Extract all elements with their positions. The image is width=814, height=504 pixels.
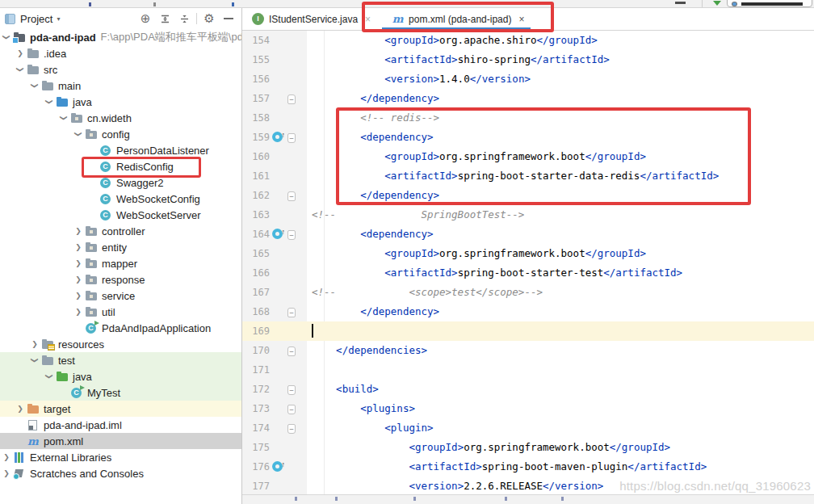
fold-marker-slot[interactable]: − [287, 418, 302, 438]
chevron-icon[interactable]: ❯ [31, 79, 39, 92]
fold-marker-slot[interactable] [287, 31, 302, 50]
chevron-icon[interactable]: ❯ [60, 111, 68, 124]
cropped-minimize-icon[interactable] [675, 2, 686, 4]
fold-marker-slot[interactable] [287, 50, 302, 69]
chevron-icon[interactable]: ❯ [72, 292, 85, 300]
navigate-gutter-icon[interactable] [272, 461, 283, 472]
fold-marker-slot[interactable]: − [287, 380, 302, 399]
chevron-icon[interactable]: ❯ [2, 31, 10, 44]
tree-row-entity[interactable]: ❯ entity [0, 239, 241, 255]
fold-marker-slot[interactable] [287, 438, 302, 457]
fold-marker-slot[interactable]: − [287, 399, 302, 418]
tree-row-websocketconfig[interactable]: C WebSocketConfig [0, 191, 241, 207]
chevron-icon[interactable]: ❯ [31, 354, 39, 367]
code-line-159[interactable]: 159− <dependency> [242, 128, 814, 147]
fold-marker-slot[interactable]: − [287, 89, 302, 108]
tree-row-test[interactable]: ❯ test [0, 352, 241, 368]
tree-row-mytest[interactable]: C MyTest [0, 384, 241, 401]
chevron-icon[interactable]: ❯ [16, 63, 24, 76]
tree-row-swagger2[interactable]: C Swagger2 [0, 174, 241, 191]
collapse-all-icon[interactable] [174, 10, 194, 27]
fold-marker-slot[interactable] [287, 108, 302, 128]
fold-marker-slot[interactable] [287, 283, 302, 302]
fold-marker-slot[interactable] [287, 244, 302, 263]
code-line-174[interactable]: 174− <plugin> [242, 418, 814, 438]
tree-row-websocketserver[interactable]: C WebSocketServer [0, 207, 241, 223]
fold-marker-slot[interactable] [287, 69, 302, 89]
tree-row-config[interactable]: ❯ config [0, 126, 241, 142]
tree-row-pda-and-ipad[interactable]: ❯ pda-and-ipad F:\app\PDA端和推车平板端\pda [0, 29, 241, 45]
fold-marker-slot[interactable]: − [287, 128, 302, 147]
tree-row-redisconfig[interactable]: C RedisConfig [0, 158, 241, 174]
code-line-163[interactable]: 163 <!-- SpringBootTest--> [242, 205, 814, 225]
navigate-gutter-icon[interactable] [272, 132, 283, 142]
chevron-icon[interactable]: ❯ [45, 95, 53, 108]
code-line-168[interactable]: 168− </dependency> [242, 302, 814, 321]
code-line-176[interactable]: 176 <artifactId>spring-boot-maven-plugin… [242, 457, 814, 477]
fold-marker-icon[interactable]: − [287, 385, 296, 395]
navigate-gutter-icon[interactable] [272, 229, 283, 239]
fold-marker-icon[interactable]: − [287, 346, 296, 356]
tree-row-mapper[interactable]: ❯ mapper [0, 255, 241, 271]
code-line-166[interactable]: 166 <artifactId>spring-boot-starter-test… [242, 263, 814, 283]
expand-all-icon[interactable] [155, 10, 174, 27]
fold-marker-icon[interactable]: − [287, 405, 296, 414]
tab-pom-xml-pda-and-ipad-[interactable]: m pom.xml (pda-and-ipad) × [382, 8, 531, 30]
tree-row-scratches-and-consoles[interactable]: ❯ Scratches and Consoles [0, 465, 241, 481]
tree-row-java[interactable]: ❯ java [0, 94, 241, 110]
fold-marker-slot[interactable] [287, 360, 302, 380]
chevron-icon[interactable]: ❯ [74, 128, 82, 141]
tree-row-target[interactable]: ❯ target [0, 401, 241, 417]
cropped-run-config-button[interactable] [727, 0, 812, 7]
locate-file-icon[interactable]: ⊕ [136, 10, 155, 27]
fold-marker-icon[interactable]: − [287, 133, 296, 143]
fold-marker-slot[interactable]: − [287, 302, 302, 321]
tree-row-controller[interactable]: ❯ controller [0, 223, 241, 239]
fold-marker-icon[interactable]: − [287, 424, 296, 434]
chevron-icon[interactable]: ❯ [14, 49, 27, 57]
code-line-171[interactable]: 171 [242, 360, 814, 380]
code-line-172[interactable]: 172− <build> [242, 380, 814, 399]
tab-istudentservice-java[interactable]: I IStudentService.java × [242, 8, 377, 30]
code-line-165[interactable]: 165 <groupId>org.springframework.boot</g… [242, 244, 814, 263]
fold-marker-icon[interactable]: − [287, 191, 296, 201]
code-line-155[interactable]: 155 <artifactId>shiro-spring</artifactId… [242, 50, 814, 69]
code-line-164[interactable]: 164− <dependency> [242, 225, 814, 244]
code-editor[interactable]: 154 <groupId>org.apache.shiro</groupId> … [242, 31, 814, 494]
code-line-157[interactable]: 157− </dependency> [242, 89, 814, 108]
tree-row-resources[interactable]: ❯ resources [0, 336, 241, 352]
chevron-icon[interactable]: ❯ [72, 275, 85, 284]
chevron-icon[interactable]: ❯ [14, 405, 27, 413]
fold-marker-slot[interactable] [287, 263, 302, 283]
settings-gear-icon[interactable]: ⚙ [199, 10, 219, 27]
code-line-156[interactable]: 156 <version>1.4.0</version> [242, 69, 814, 89]
fold-marker-icon[interactable]: − [287, 308, 296, 317]
tree-row-cn-wideth[interactable]: ❯ cn.wideth [0, 110, 241, 126]
chevron-icon[interactable]: ❯ [72, 308, 85, 316]
chevron-down-icon[interactable]: ▾ [57, 15, 60, 23]
fold-marker-slot[interactable] [287, 166, 302, 186]
tree-row-pda-and-ipad-iml[interactable]: pda-and-ipad.iml [0, 417, 241, 433]
fold-marker-slot[interactable] [287, 477, 302, 494]
fold-marker-slot[interactable] [287, 205, 302, 225]
tree-row-service[interactable]: ❯ service [0, 288, 241, 304]
fold-marker-slot[interactable]: − [287, 341, 302, 360]
tree-row-persondatalistener[interactable]: C PersonDataListener [0, 142, 241, 158]
code-line-154[interactable]: 154 <groupId>org.apache.shiro</groupId> [242, 31, 814, 50]
chevron-icon[interactable]: ❯ [0, 469, 13, 477]
fold-marker-icon[interactable]: − [287, 94, 296, 104]
tree-row-main[interactable]: ❯ main [0, 78, 241, 94]
tree-row-java[interactable]: ❯ java [0, 368, 241, 384]
code-line-160[interactable]: 160 <groupId>org.springframework.boot</g… [242, 147, 814, 166]
code-line-158[interactable]: 158 <!-- redis--> [242, 108, 814, 128]
chevron-icon[interactable]: ❯ [45, 370, 53, 383]
code-line-169[interactable]: 169 [242, 321, 814, 341]
fold-marker-slot[interactable] [287, 457, 302, 477]
fold-marker-icon[interactable]: − [287, 230, 296, 240]
tree-row-pdaandipadapplication[interactable]: C PdaAndIpadApplication [0, 320, 241, 336]
project-panel-title[interactable]: Project [20, 13, 52, 25]
fold-marker-slot[interactable]: − [287, 186, 302, 205]
tree-row-util[interactable]: ❯ util [0, 304, 241, 320]
tree-row--idea[interactable]: ❯ .idea [0, 45, 241, 61]
chevron-icon[interactable]: ❯ [72, 243, 85, 251]
